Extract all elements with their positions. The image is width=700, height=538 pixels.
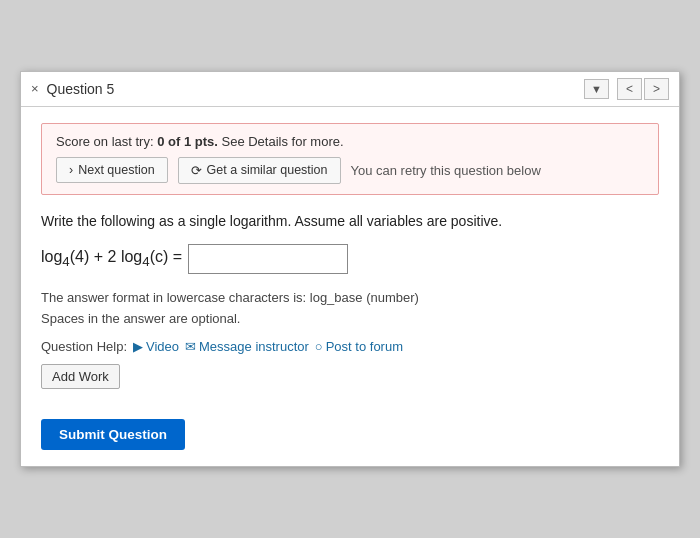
prev-question-button[interactable]: <	[617, 78, 642, 100]
question-prompt: Write the following as a single logarith…	[41, 211, 659, 232]
next-question-button[interactable]: › Next question	[56, 157, 168, 183]
question-help-label: Question Help:	[41, 339, 127, 354]
question-body: Write the following as a single logarith…	[41, 211, 659, 404]
video-icon: ▶	[133, 339, 143, 354]
details-text: See Details for more.	[221, 134, 343, 149]
question-dropdown-button[interactable]: ▼	[584, 79, 609, 99]
refresh-icon: ⟳	[191, 163, 202, 178]
question-title: Question 5	[47, 81, 576, 97]
post-to-forum-link[interactable]: ○ Post to forum	[315, 339, 403, 354]
mail-icon: ✉	[185, 339, 196, 354]
close-button[interactable]: ×	[31, 81, 39, 96]
navigation-buttons: < >	[617, 78, 669, 100]
score-value: 0 of 1 pts.	[157, 134, 218, 149]
retry-text: You can retry this question below	[351, 163, 541, 178]
action-row: › Next question ⟳ Get a similar question…	[56, 157, 644, 184]
format-hint: The answer format in lowercase character…	[41, 288, 659, 330]
format-hint-line1: The answer format in lowercase character…	[41, 288, 659, 309]
score-banner: Score on last try: 0 of 1 pts. See Detai…	[41, 123, 659, 195]
score-text: Score on last try: 0 of 1 pts. See Detai…	[56, 134, 644, 149]
similar-question-button[interactable]: ⟳ Get a similar question	[178, 157, 341, 184]
base1-sub: 4	[62, 254, 69, 269]
format-hint-line2: Spaces in the answer are optional.	[41, 309, 659, 330]
similar-question-label: Get a similar question	[207, 163, 328, 177]
submit-question-button[interactable]: Submit Question	[41, 419, 185, 450]
title-bar: × Question 5 ▼ < >	[21, 72, 679, 107]
video-link[interactable]: ▶ Video	[133, 339, 179, 354]
message-instructor-link[interactable]: ✉ Message instructor	[185, 339, 309, 354]
help-row: Question Help: ▶ Video ✉ Message instruc…	[41, 339, 659, 354]
base2-sub: 4	[142, 254, 149, 269]
next-question-label: Next question	[78, 163, 154, 177]
chevron-right-icon: ›	[69, 163, 73, 177]
message-instructor-label: Message instructor	[199, 339, 309, 354]
math-expression-line: log4(4) + 2 log4(c) =	[41, 244, 659, 274]
next-question-button[interactable]: >	[644, 78, 669, 100]
question-window: × Question 5 ▼ < > Score on last try: 0 …	[20, 71, 680, 468]
score-label: Score on last try:	[56, 134, 154, 149]
forum-icon: ○	[315, 339, 323, 354]
math-expression: log4(4) + 2 log4(c) =	[41, 248, 182, 269]
post-to-forum-label: Post to forum	[326, 339, 403, 354]
content-area: Score on last try: 0 of 1 pts. See Detai…	[21, 107, 679, 467]
add-work-button[interactable]: Add Work	[41, 364, 120, 389]
close-icon: ×	[31, 81, 39, 96]
video-label: Video	[146, 339, 179, 354]
answer-input[interactable]	[188, 244, 348, 274]
